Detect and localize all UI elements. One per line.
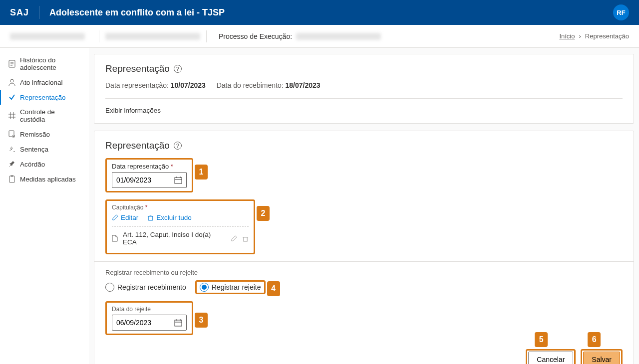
form-actions: 5 Cancelar 6 Salvar (105, 349, 623, 364)
sidebar-item-label: Representação (20, 94, 66, 101)
annotation-4: 4 (267, 281, 280, 296)
app-logo: SAJ (10, 7, 29, 18)
sidebar-item-label: Remissão (20, 131, 50, 138)
sidebar-item-ato[interactable]: Ato infracional (0, 75, 89, 90)
edit-icon[interactable] (231, 235, 237, 242)
sidebar-item-medidas[interactable]: Medidas aplicadas (0, 172, 89, 186)
highlight-box-5: Cancelar (526, 349, 576, 364)
save-button[interactable]: Salvar (583, 352, 620, 364)
date-receipt-label: Data do recebimento: (217, 81, 284, 89)
calendar-icon[interactable] (174, 319, 182, 327)
breadcrumb: Início › Representação (559, 32, 629, 40)
form-card: Representação ? Data representação * 1 (94, 131, 634, 364)
sidebar-item-remissao[interactable]: Remissão (0, 127, 89, 142)
show-info-link[interactable]: Exibir informações (105, 98, 623, 114)
article-text: Art. 112, Caput, Inciso I do(a) ECA (123, 231, 226, 246)
sidebar-item-label: Ato infracional (20, 79, 63, 86)
reject-date-field[interactable] (116, 319, 166, 327)
redacted-text (10, 33, 85, 40)
app-header: SAJ Adolescente em conflito com a lei - … (0, 0, 639, 25)
sidebar-item-label: Acórdão (20, 161, 45, 168)
redacted-text (105, 33, 200, 40)
radio-group: Registrar recebimento Registrar rejeite … (105, 280, 623, 294)
annotation-1: 1 (195, 165, 208, 180)
date-receipt-value: 18/07/2023 (285, 81, 320, 89)
header-divider (39, 6, 39, 19)
sidebar-item-label: Histórico do adolescente (20, 56, 81, 71)
svg-rect-25 (175, 320, 182, 326)
date-repr-label: Data representação: (105, 81, 169, 89)
clipboard-icon (8, 175, 16, 183)
svg-line-10 (9, 165, 11, 167)
summary-title-row: Representação ? (105, 63, 623, 74)
calendar-icon[interactable] (174, 176, 182, 184)
help-icon[interactable]: ? (174, 142, 182, 150)
document-icon (8, 60, 16, 68)
help-icon[interactable]: ? (174, 65, 182, 73)
chevron-right-icon: › (579, 32, 581, 40)
redacted-text (296, 33, 381, 40)
sidebar-item-acordao[interactable]: Acórdão (0, 157, 89, 172)
annotation-5: 5 (535, 332, 548, 347)
highlight-box-3: Data do rejeite 3 (105, 301, 193, 335)
sidebar-item-label: Medidas aplicadas (20, 176, 76, 183)
radio-receipt-label: Registrar recebimento (117, 283, 186, 291)
svg-rect-20 (149, 216, 152, 220)
svg-rect-11 (9, 176, 14, 182)
highlight-box-2: Capitulação * Editar Excluir tudo (105, 199, 255, 254)
svg-rect-23 (244, 237, 247, 241)
separator (206, 30, 207, 42)
required-mark: * (171, 163, 173, 170)
trash-icon[interactable] (242, 235, 249, 242)
form-title-row: Representação ? (105, 140, 623, 151)
sidebar-item-historico[interactable]: Histórico do adolescente (0, 53, 89, 75)
sidebar: Histórico do adolescente Ato infracional… (0, 48, 89, 364)
annotation-6: 6 (588, 332, 601, 347)
radio-checked-icon (200, 283, 209, 292)
annotation-3: 3 (195, 313, 208, 328)
separator (99, 30, 99, 42)
date-representacao-field[interactable] (116, 176, 166, 184)
annotation-2: 2 (257, 206, 270, 221)
capitulation-label: Capitulação * (112, 204, 249, 211)
summary-card: Representação ? Data representação: 10/0… (94, 54, 634, 124)
breadcrumb-current: Representação (585, 32, 629, 40)
user-avatar[interactable]: RF (613, 4, 629, 20)
sidebar-item-representacao[interactable]: Representação (0, 90, 89, 105)
main-content: Representação ? Data representação: 10/0… (89, 48, 639, 364)
highlight-box-6: Salvar (581, 349, 623, 364)
sidebar-item-label: Sentença (20, 146, 48, 153)
grid-icon (8, 112, 16, 120)
cancel-button[interactable]: Cancelar (528, 352, 573, 364)
sidebar-item-sentenca[interactable]: Sentença (0, 142, 89, 157)
radio-reject[interactable]: Registrar rejeite (200, 283, 261, 292)
date-repr-value: 10/07/2023 (171, 81, 206, 89)
reject-date-input[interactable] (112, 315, 187, 331)
document-icon (112, 235, 118, 242)
divider (94, 261, 634, 262)
svg-rect-13 (175, 178, 182, 183)
radio-unchecked-icon (105, 283, 114, 292)
sub-header: Processo de Execução: Início › Represent… (0, 25, 639, 48)
page-title: Adolescente em conflito com a lei - TJSP (49, 7, 225, 18)
pin-icon (8, 160, 16, 168)
check-icon (8, 93, 16, 101)
breadcrumb-home[interactable]: Início (559, 32, 575, 40)
required-mark: * (145, 204, 148, 211)
edit-link[interactable]: Editar (112, 214, 138, 221)
process-label: Processo de Execução: (219, 32, 292, 40)
svg-point-4 (10, 79, 13, 82)
gavel-icon (8, 145, 16, 153)
document-out-icon (8, 130, 16, 138)
radio-receipt[interactable]: Registrar recebimento (105, 283, 186, 292)
date-representacao-input[interactable] (112, 172, 187, 188)
form-title: Representação (105, 140, 170, 151)
delete-all-link[interactable]: Excluir tudo (147, 214, 192, 221)
date-representacao-label: Data representação * (112, 163, 187, 170)
sidebar-item-custodia[interactable]: Controle de custódia (0, 105, 89, 127)
highlight-box-4: Registrar rejeite 4 (195, 280, 266, 294)
summary-info: Data representação: 10/07/2023 Data do r… (105, 81, 623, 89)
person-icon (8, 78, 16, 86)
capitulation-row: Art. 112, Caput, Inciso I do(a) ECA (112, 226, 249, 250)
summary-title: Representação (105, 63, 170, 74)
